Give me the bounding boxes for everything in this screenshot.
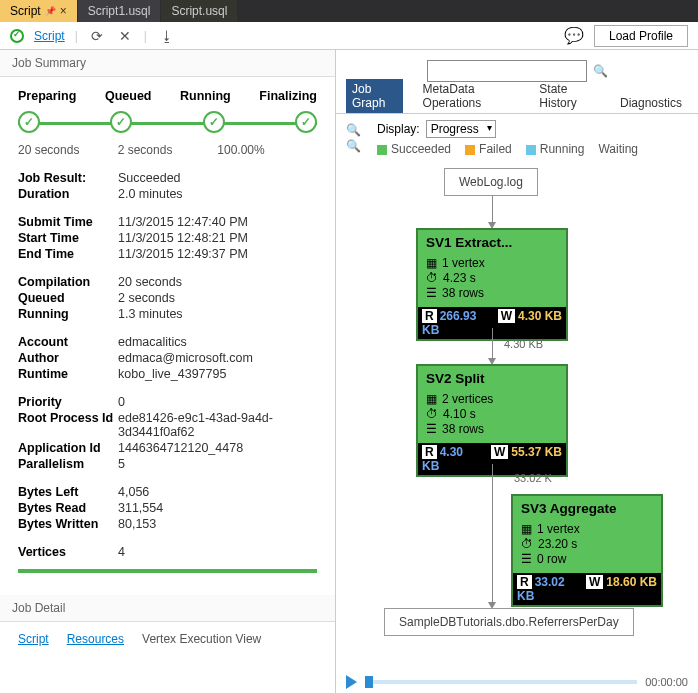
detail-link-vertex[interactable]: Vertex Execution View: [142, 632, 261, 646]
success-icon: [10, 29, 24, 43]
tab-script1[interactable]: Script1.usql: [78, 0, 162, 22]
summary-key: Queued: [18, 291, 118, 305]
job-graph[interactable]: WebLog.log SV1 Extract... ▦ 1 vertex ⏱ 4…: [336, 162, 698, 693]
check-icon: ✓: [203, 111, 225, 133]
cancel-button[interactable]: ✕: [116, 28, 134, 44]
check-icon: ✓: [295, 111, 317, 133]
download-button[interactable]: ⭳: [157, 28, 177, 44]
playback-slider[interactable]: [365, 680, 637, 684]
detail-link-script[interactable]: Script: [18, 632, 49, 646]
phase-track: ✓ ✓ ✓ ✓: [18, 111, 317, 135]
summary-key: Application Id: [18, 441, 118, 455]
summary-value: 0: [118, 395, 317, 409]
right-tabs: Job Graph MetaData Operations State Hist…: [336, 92, 698, 114]
summary-value: 5: [118, 457, 317, 471]
tab-state-history[interactable]: State History: [533, 79, 600, 113]
summary-key: Account: [18, 335, 118, 349]
toolbar: Script | ⟳ ✕ | ⭳ 💬 Load Profile: [0, 22, 698, 50]
display-select[interactable]: Progress: [426, 120, 496, 138]
summary-key: Submit Time: [18, 215, 118, 229]
summary-value: 11/3/2015 12:47:40 PM: [118, 215, 317, 229]
detail-links: Script Resources Vertex Execution View: [0, 622, 335, 656]
divider: [18, 569, 317, 573]
input-node[interactable]: WebLog.log: [444, 168, 538, 196]
summary-value: 1446364712120_4478: [118, 441, 317, 455]
check-icon: ✓: [18, 111, 40, 133]
zoom-controls: 🔍 🔍: [346, 123, 361, 153]
pin-icon: 📌: [45, 6, 56, 16]
summary-value: 311,554: [118, 501, 317, 515]
summary-value: Succeeded: [118, 171, 317, 185]
check-icon: ✓: [110, 111, 132, 133]
legend: SucceededFailedRunningWaiting: [377, 142, 638, 156]
legend-item: Waiting: [598, 142, 638, 156]
zoom-out-icon[interactable]: 🔍: [346, 139, 361, 153]
zoom-in-icon[interactable]: 🔍: [346, 123, 361, 137]
summary-key: Bytes Left: [18, 485, 118, 499]
tab-metadata[interactable]: MetaData Operations: [417, 79, 520, 113]
summary-key: Priority: [18, 395, 118, 409]
summary-key: Author: [18, 351, 118, 365]
job-summary-header: Job Summary: [0, 50, 335, 77]
feedback-icon[interactable]: 💬: [564, 26, 584, 45]
summary-value: kobo_live_4397795: [118, 367, 317, 381]
summary-key: Start Time: [18, 231, 118, 245]
legend-item: Succeeded: [377, 142, 451, 156]
summary-key: Runtime: [18, 367, 118, 381]
summary-value: 20 seconds: [118, 275, 317, 289]
tab-diagnostics[interactable]: Diagnostics: [614, 93, 688, 113]
summary-value: ede81426-e9c1-43ad-9a4d-3d3441f0af62: [118, 411, 317, 439]
refresh-button[interactable]: ⟳: [88, 28, 106, 44]
sv3-node[interactable]: SV3 Aggregate ▦ 1 vertex ⏱ 23.20 s ☰ 0 r…: [511, 494, 663, 607]
summary-key: Job Result:: [18, 171, 118, 185]
summary-list: Job Result:SucceededDuration2.0 minutesS…: [18, 171, 317, 559]
phase-values: 20 seconds 2 seconds 100.00%: [18, 143, 317, 157]
tab-job-graph[interactable]: Job Graph: [346, 79, 403, 113]
close-icon[interactable]: ×: [60, 4, 67, 18]
sv1-node[interactable]: SV1 Extract... ▦ 1 vertex ⏱ 4.23 s ☰ 38 …: [416, 228, 568, 341]
playback-bar: 00:00:00: [346, 675, 688, 689]
load-profile-button[interactable]: Load Profile: [594, 25, 688, 47]
play-button[interactable]: [346, 675, 357, 689]
summary-value: 11/3/2015 12:48:21 PM: [118, 231, 317, 245]
summary-value: 4,056: [118, 485, 317, 499]
summary-key: Bytes Written: [18, 517, 118, 531]
display-label: Display:: [377, 122, 420, 136]
right-panel: 🔍 Job Graph MetaData Operations State Hi…: [336, 50, 698, 693]
summary-value: edmaca@microsoft.com: [118, 351, 317, 365]
summary-key: Root Process Id: [18, 411, 118, 439]
summary-key: Running: [18, 307, 118, 321]
summary-value: 2 seconds: [118, 291, 317, 305]
output-node[interactable]: SampleDBTutorials.dbo.ReferrersPerDay: [384, 608, 634, 636]
summary-key: Duration: [18, 187, 118, 201]
legend-item: Failed: [465, 142, 512, 156]
summary-value: 2.0 minutes: [118, 187, 317, 201]
summary-value: edmacalitics: [118, 335, 317, 349]
legend-item: Running: [526, 142, 585, 156]
summary-value: 1.3 minutes: [118, 307, 317, 321]
summary-key: Vertices: [18, 545, 118, 559]
summary-key: End Time: [18, 247, 118, 261]
left-panel: Job Summary Preparing Queued Running Fin…: [0, 50, 336, 693]
summary-value: 11/3/2015 12:49:37 PM: [118, 247, 317, 261]
script-link[interactable]: Script: [34, 29, 65, 43]
summary-key: Bytes Read: [18, 501, 118, 515]
summary-value: 4: [118, 545, 317, 559]
tab-script[interactable]: Script.usql: [161, 0, 238, 22]
playback-time: 00:00:00: [645, 676, 688, 688]
summary-key: Compilation: [18, 275, 118, 289]
tab-bar: Script📌× Script1.usql Script.usql: [0, 0, 698, 22]
summary-key: Parallelism: [18, 457, 118, 471]
sv2-node[interactable]: SV2 Split ▦ 2 vertices ⏱ 4.10 s ☰ 38 row…: [416, 364, 568, 477]
phase-labels: Preparing Queued Running Finalizing: [18, 89, 317, 103]
tab-script-active[interactable]: Script📌×: [0, 0, 78, 22]
summary-value: 80,153: [118, 517, 317, 531]
job-detail-header: Job Detail: [0, 595, 335, 622]
detail-link-resources[interactable]: Resources: [67, 632, 124, 646]
